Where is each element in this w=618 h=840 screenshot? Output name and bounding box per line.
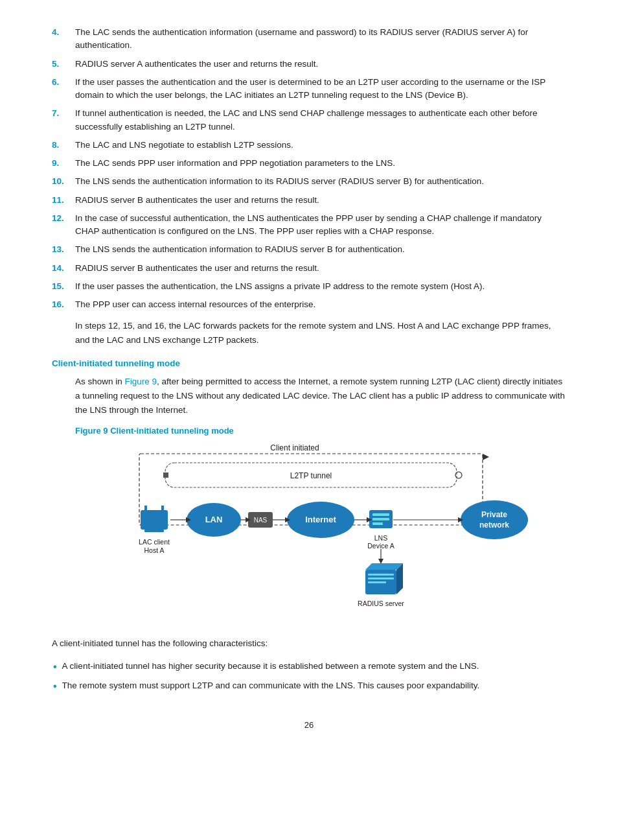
list-item-12: 12. In the case of successful authentica… [52,212,566,239]
list-item-15: 15. If the user passes the authenticatio… [52,280,566,293]
svg-rect-43 [368,581,386,583]
bullet-item-1: A client-initiated tunnel has higher sec… [52,660,566,674]
list-item-14: 14. RADIUS server B authenticates the us… [52,262,566,275]
characteristics-list: A client-initiated tunnel has higher sec… [52,660,566,694]
svg-rect-5 [163,472,168,478]
svg-rect-42 [368,578,394,579]
svg-text:LAN: LAN [205,515,223,524]
svg-text:Internet: Internet [305,515,336,524]
diagram-svg: Client initiated L2TP tunnel LAC client … [100,442,541,624]
svg-text:LAC client: LAC client [139,538,170,546]
list-item-7: 7. If tunnel authentication is needed, t… [52,107,566,134]
list-item-9: 9. The LAC sends PPP user information an… [52,157,566,170]
svg-text:NAS: NAS [254,517,268,524]
list-item-10: 10. The LNS sends the authentication inf… [52,175,566,188]
list-item-6: 6. If the user passes the authentication… [52,76,566,102]
svg-rect-28 [372,522,383,525]
list-item-4: 4. The LAC sends the authentication info… [52,26,566,52]
after-figure-paragraph: A client-initiated tunnel has the follow… [52,636,566,651]
svg-text:LNS: LNS [374,534,387,542]
svg-rect-8 [144,506,147,512]
svg-rect-7 [141,510,168,530]
svg-text:Private: Private [481,510,507,519]
svg-text:Host A: Host A [144,546,165,554]
svg-rect-27 [372,518,389,520]
closing-paragraph: In steps 12, 15, and 16, the LAC forward… [75,319,566,347]
diagram-figure-9: Client initiated L2TP tunnel LAC client … [75,442,566,624]
svg-rect-41 [368,574,394,576]
list-item-11: 11. RADIUS server B authenticates the us… [52,194,566,207]
section-heading: Client-initiated tunneling mode [52,358,566,368]
svg-text:L2TP tunnel: L2TP tunnel [290,471,332,480]
svg-text:RADIUS server: RADIUS server [358,600,404,607]
svg-point-33 [461,500,528,539]
svg-rect-10 [144,530,164,532]
list-item-8: 8. The LAC and LNS negotiate to establis… [52,139,566,152]
svg-rect-26 [372,513,389,516]
list-item-5: 5. RADIUS server A authenticates the use… [52,58,566,71]
svg-marker-39 [365,563,403,570]
svg-marker-1 [483,454,489,460]
svg-marker-46 [378,559,383,564]
page-number: 26 [52,720,566,730]
svg-text:Client initiated: Client initiated [270,443,319,452]
svg-rect-9 [161,506,164,512]
list-item-16: 16. The PPP user can access internal res… [52,298,566,311]
svg-text:Device A: Device A [367,542,394,550]
figure-ref-link[interactable]: Figure 9 [125,377,157,386]
list-item-13: 13. The LNS sends the authentication inf… [52,243,566,256]
svg-point-6 [455,472,462,478]
figure-caption: Figure 9 Client-initiated tunneling mode [75,426,566,436]
numbered-list: 4. The LAC sends the authentication info… [52,26,566,311]
section-description: As shown in Figure 9, after being permit… [75,375,566,417]
svg-text:network: network [479,520,509,530]
bullet-item-2: The remote system must support L2TP and … [52,679,566,694]
